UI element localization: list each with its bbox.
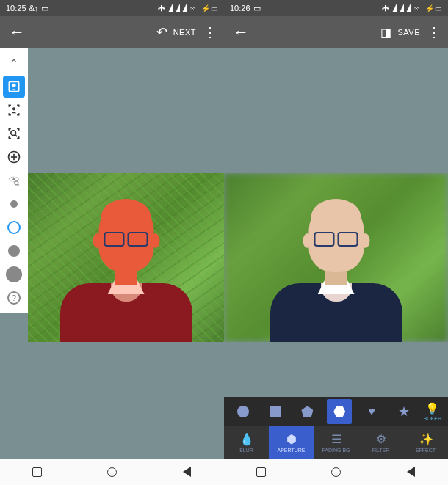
canvas-area: ⌃ — [0, 48, 224, 485]
android-nav-bar — [224, 459, 448, 485]
canvas-area: ♥ ★ 💡 BOKEH 💧 BLUR ⬢ APERTURE — [224, 48, 448, 485]
circle-shape-icon — [237, 406, 249, 417]
top-bar: ← ◨ SAVE ⋮ — [224, 16, 448, 48]
next-button[interactable]: NEXT — [173, 28, 196, 37]
shape-hexagon-button[interactable] — [327, 399, 352, 424]
status-time: 10:25 — [6, 4, 26, 12]
tab-label: EFFECT — [416, 448, 436, 453]
status-bar: 10:26 ▭ ✱ ◢ ◢ ◢ ᯤ ⚡▭ — [224, 0, 448, 16]
fading-icon: ☰ — [331, 432, 342, 446]
photo-canvas[interactable] — [224, 173, 448, 342]
subject-foreground — [270, 195, 402, 342]
android-nav-bar — [0, 459, 224, 485]
tab-label: APERTURE — [278, 448, 306, 453]
object-detect-icon — [7, 103, 21, 117]
square-shape-icon — [270, 406, 281, 417]
photo-canvas[interactable] — [28, 173, 224, 342]
nav-back-button[interactable] — [405, 466, 416, 478]
compare-button[interactable]: ◨ — [380, 26, 391, 40]
status-extra: &↑ — [29, 4, 39, 12]
nav-recents-button[interactable] — [256, 466, 267, 478]
svg-point-3 — [11, 131, 16, 136]
effect-tabs: 💧 BLUR ⬢ APERTURE ☰ FADING BG ⚙ FILTER — [224, 426, 448, 459]
hexagon-shape-icon — [333, 406, 345, 417]
brush-dot-active-icon — [7, 221, 21, 234]
pentagon-shape-icon — [301, 406, 313, 417]
shape-pentagon-button[interactable] — [295, 399, 319, 424]
circle-icon — [107, 467, 117, 477]
nav-home-button[interactable] — [106, 466, 118, 478]
aperture-icon: ⬢ — [286, 432, 297, 446]
tab-fading-bg[interactable]: ☰ FADING BG — [314, 426, 358, 459]
bokeh-label: BOKEH — [424, 416, 442, 421]
top-bar: ← ↶ NEXT ⋮ — [0, 16, 224, 48]
save-button[interactable]: SAVE — [397, 28, 420, 37]
collapse-toolbar-button[interactable]: ⌃ — [3, 52, 25, 74]
nav-back-button[interactable] — [181, 466, 192, 478]
status-bar: 10:25 &↑ ▭ ✱ ◢ ◢ ◢ ᯤ ⚡▭ — [0, 0, 224, 16]
shape-circle-button[interactable] — [231, 399, 256, 424]
nav-recents-button[interactable] — [32, 466, 43, 478]
heart-shape-icon: ♥ — [368, 406, 375, 417]
tab-label: FILTER — [372, 448, 390, 453]
zoom-detect-tool[interactable] — [3, 123, 25, 145]
add-tool[interactable] — [3, 146, 25, 168]
tools-toolbar: ⌃ — [0, 48, 28, 313]
nav-home-button[interactable] — [330, 466, 342, 478]
circle-icon — [331, 467, 341, 477]
help-icon: ? — [7, 291, 21, 305]
brush-size-small[interactable] — [3, 193, 25, 215]
subject-selection-overlay — [60, 195, 192, 342]
svg-point-1 — [12, 84, 16, 87]
tab-effect[interactable]: ✨ EFFECT — [403, 426, 448, 459]
status-icons: ✱ ◢ ◢ ◢ ᯤ ⚡▭ — [382, 4, 442, 12]
bulb-icon: 💡 — [425, 402, 439, 415]
status-app-icon: ▭ — [41, 4, 48, 13]
face-detect-tool[interactable] — [3, 76, 25, 98]
triangle-icon — [407, 467, 415, 477]
brush-dot-small-icon — [10, 200, 18, 208]
back-button[interactable]: ← — [6, 20, 28, 45]
shape-square-button[interactable] — [263, 399, 288, 424]
face-detect-icon — [7, 79, 21, 94]
shape-star-button[interactable]: ★ — [391, 399, 416, 424]
brush-size-active[interactable] — [3, 216, 25, 238]
square-icon — [256, 467, 266, 477]
svg-line-4 — [15, 135, 18, 137]
brush-dot-medium-icon — [8, 245, 20, 257]
tab-aperture[interactable]: ⬢ APERTURE — [269, 426, 314, 459]
zoom-detect-icon — [7, 126, 21, 141]
star-shape-icon: ★ — [398, 405, 410, 418]
preview-tool[interactable] — [3, 169, 25, 192]
help-button[interactable]: ? — [3, 287, 25, 309]
more-menu-button[interactable]: ⋮ — [426, 24, 442, 40]
brush-dot-large-icon — [6, 266, 22, 282]
square-icon — [32, 467, 42, 477]
plus-circle-icon — [7, 150, 21, 164]
more-menu-button[interactable]: ⋮ — [202, 24, 218, 40]
object-detect-tool[interactable] — [3, 99, 25, 121]
shape-heart-button[interactable]: ♥ — [359, 399, 384, 424]
effects-panel: ♥ ★ 💡 BOKEH 💧 BLUR ⬢ APERTURE — [224, 397, 448, 459]
triangle-icon — [183, 467, 191, 477]
svg-line-11 — [18, 184, 19, 186]
eye-zoom-icon — [7, 173, 21, 188]
blur-icon: 💧 — [239, 432, 254, 446]
tab-blur[interactable]: 💧 BLUR — [224, 426, 269, 459]
bokeh-shapes-row: ♥ ★ 💡 BOKEH — [224, 397, 448, 426]
back-button[interactable]: ← — [230, 20, 252, 45]
undo-button[interactable]: ↶ — [156, 24, 167, 40]
brush-size-medium[interactable] — [3, 240, 25, 262]
tab-filter[interactable]: ⚙ FILTER — [358, 426, 403, 459]
status-icons: ✱ ◢ ◢ ◢ ᯤ ⚡▭ — [158, 4, 218, 12]
tab-label: FADING BG — [322, 448, 350, 453]
editor-screen-selection: 10:25 &↑ ▭ ✱ ◢ ◢ ◢ ᯤ ⚡▭ ← ↶ NEXT ⋮ ⌃ — [0, 0, 224, 485]
filter-icon: ⚙ — [376, 432, 386, 446]
status-app-icon: ▭ — [253, 4, 261, 13]
brush-size-large[interactable] — [3, 263, 25, 285]
chevron-up-icon: ⌃ — [10, 57, 18, 69]
bokeh-toggle-button[interactable]: 💡 BOKEH — [424, 402, 442, 421]
editor-screen-effects: 10:26 ▭ ✱ ◢ ◢ ◢ ᯤ ⚡▭ ← ◨ SAVE ⋮ — [224, 0, 448, 485]
svg-point-2 — [12, 107, 15, 110]
status-time: 10:26 — [230, 4, 250, 12]
